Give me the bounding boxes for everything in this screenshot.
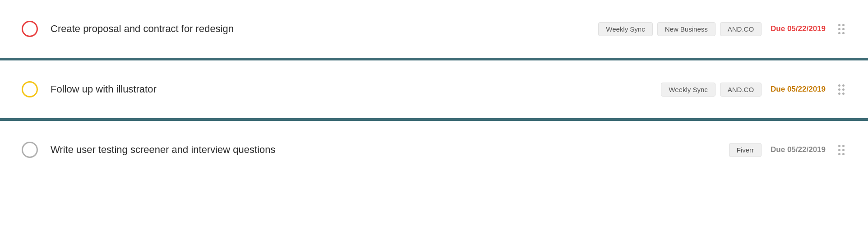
task-checkbox[interactable] <box>22 81 38 97</box>
task-list: Create proposal and contract for redesig… <box>0 0 868 179</box>
task-tag[interactable]: AND.CO <box>720 22 762 36</box>
task-tag[interactable]: Weekly Sync <box>598 22 652 36</box>
task-tag[interactable]: Fiverr <box>729 143 762 157</box>
task-title: Write user testing screener and intervie… <box>51 144 729 156</box>
task-title: Follow up with illustrator <box>51 83 661 95</box>
more-options-icon[interactable] <box>836 143 846 157</box>
task-title: Create proposal and contract for redesig… <box>51 23 598 35</box>
task-tag[interactable]: AND.CO <box>720 83 762 97</box>
task-tags: Fiverr <box>729 143 762 157</box>
due-date: Due 05/22/2019 <box>771 24 826 33</box>
task-row: Create proposal and contract for redesig… <box>0 0 868 58</box>
task-tags: Weekly SyncNew BusinessAND.CO <box>598 22 762 36</box>
due-date: Due 05/22/2019 <box>771 85 826 94</box>
task-row: Follow up with illustratorWeekly SyncAND… <box>0 60 868 118</box>
task-checkbox[interactable] <box>22 142 38 158</box>
task-tag[interactable]: Weekly Sync <box>661 83 715 97</box>
more-options-icon[interactable] <box>836 83 846 97</box>
task-row: Write user testing screener and intervie… <box>0 121 868 179</box>
more-options-icon[interactable] <box>836 22 846 36</box>
due-date: Due 05/22/2019 <box>771 145 826 154</box>
task-tag[interactable]: New Business <box>657 22 716 36</box>
task-checkbox[interactable] <box>22 21 38 37</box>
task-tags: Weekly SyncAND.CO <box>661 83 762 97</box>
